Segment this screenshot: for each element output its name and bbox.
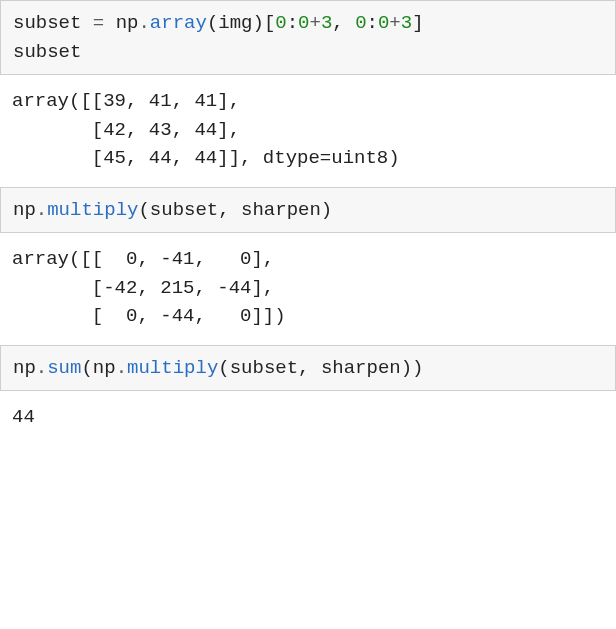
code-input-cell: subset = np.array(img)[0:0+3, 0:0+3] sub… (0, 0, 616, 75)
code-token: (subset, sharpen) (138, 199, 332, 221)
code-token: 0 (378, 12, 389, 34)
code-token: 3 (401, 12, 412, 34)
code-token: (img)[ (207, 12, 275, 34)
code-token: multiply (127, 357, 218, 379)
code-token: . (36, 199, 47, 221)
code-token: , (332, 12, 355, 34)
code-token: 0 (355, 12, 366, 34)
code-output-cell: array([[ 0, -41, 0], [-42, 215, -44], [ … (0, 233, 616, 345)
code-token: np (13, 357, 36, 379)
notebook-fragment: subset = np.array(img)[0:0+3, 0:0+3] sub… (0, 0, 616, 446)
code-token: + (389, 12, 400, 34)
code-token: 0 (298, 12, 309, 34)
code-token: sum (47, 357, 81, 379)
code-token: multiply (47, 199, 138, 221)
code-token: np (13, 199, 36, 221)
code-token: subset (13, 12, 93, 34)
code-token: + (310, 12, 321, 34)
code-token: . (36, 357, 47, 379)
code-input-cell: np.sum(np.multiply(subset, sharpen)) (0, 345, 616, 392)
code-token: . (116, 357, 127, 379)
code-output-cell: 44 (0, 391, 616, 446)
code-token: 0 (275, 12, 286, 34)
code-token: (np (81, 357, 115, 379)
code-token: . (138, 12, 149, 34)
code-output-cell: array([[39, 41, 41], [42, 43, 44], [45, … (0, 75, 616, 187)
code-input-cell: np.multiply(subset, sharpen) (0, 187, 616, 234)
code-token: 3 (321, 12, 332, 34)
code-token: : (367, 12, 378, 34)
code-token: = (93, 12, 104, 34)
code-token: array (150, 12, 207, 34)
code-token: np (104, 12, 138, 34)
code-token: : (287, 12, 298, 34)
code-token: (subset, sharpen)) (218, 357, 423, 379)
